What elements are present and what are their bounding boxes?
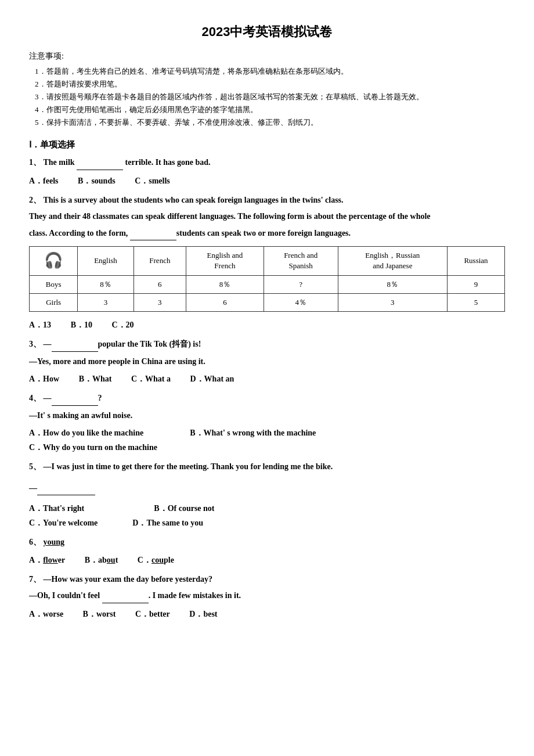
q3-opt-c: C．What a	[131, 372, 171, 386]
question-6: 6、 young A．flower B．about C．couple	[29, 536, 505, 567]
section1-title: Ⅰ．单项选择	[29, 139, 505, 150]
table-row-boys: Boys 8％ 6 8％ ? 8％ 9	[30, 275, 505, 293]
row-boys-russian: 9	[448, 275, 505, 293]
row-girls-eng-rus-jap: 3	[338, 293, 448, 311]
question-5-text: 5、 —I was just in time to get there for …	[29, 460, 505, 473]
notice-item-5: 5．保持卡面清洁，不要折暴、不要弄破、弄皱，不准使用涂改液、修正带、刮纸刀。	[35, 116, 505, 129]
q7-sub1: —Oh, I couldn't feel . I made few mistak…	[29, 589, 505, 603]
q1-num: 1、	[29, 158, 41, 167]
q5-opt-c: C．You're welcome	[29, 516, 98, 530]
q3-sub: —Yes, more and more people in China are …	[29, 355, 505, 368]
q5-num: 5、	[29, 462, 41, 471]
notice-item-3: 3．请按照题号顺序在答题卡各题目的答题区域内作答，超出答题区域书写的答案无效；在…	[35, 91, 505, 103]
q6-opt-a: A．flower	[29, 553, 65, 567]
row-boys-eng-rus-jap: 8％	[338, 275, 448, 293]
question-6-options: A．flower B．about C．couple	[29, 553, 505, 567]
question-4-text: 4、 — ?	[29, 392, 505, 405]
question-2-options: A．13 B．10 C．20	[29, 318, 505, 332]
headphone-icon: 🎧	[44, 252, 63, 269]
table-header-english: English	[78, 247, 134, 275]
row-girls-russian: 5	[448, 293, 505, 311]
q4-num: 4、	[29, 394, 41, 402]
row-girls-english: 3	[78, 293, 134, 311]
q7-opt-d: D．best	[189, 607, 217, 621]
row-girls-eng-fre: 6	[186, 293, 264, 311]
q1-opt-b: B．sounds	[78, 174, 116, 188]
q3-body: — popular the Tik Tok (抖音) is!	[44, 340, 201, 348]
question-4: 4、 — ? —It' s making an awful noise. A．H…	[29, 392, 505, 455]
question-1-options: A．feels B．sounds C．smells	[29, 174, 505, 188]
question-7: 7、 —How was your exam the day before yes…	[29, 573, 505, 621]
q1-opt-c: C．smells	[135, 174, 170, 188]
question-3-options: A．How B．What C．What a D．What an	[29, 372, 505, 386]
q4-opt-row1: A．How do you like the machine B．What' s …	[29, 426, 505, 440]
row-girls-french: 3	[134, 293, 186, 311]
question-2: 2、 This is a survey about the students w…	[29, 194, 505, 332]
table-header-english-french: English andFrench	[186, 247, 264, 275]
q2-line1: This is a survey about the students who …	[44, 196, 344, 204]
q6-body: young	[44, 538, 65, 546]
q4-opt-c: C．Why do you turn on the machine	[29, 443, 157, 452]
q2-opt-a: A．13	[29, 318, 51, 332]
q2-num: 2、	[29, 196, 41, 204]
q1-body: The milk terrible. It has gone bad.	[44, 158, 211, 167]
question-3: 3、 — popular the Tik Tok (抖音) is! —Yes, …	[29, 338, 505, 386]
q5-opt-a: A．That's right	[29, 501, 84, 516]
table-header-french: French	[134, 247, 186, 275]
q3-opt-d: D．What an	[190, 372, 234, 386]
q2-line3: class. According to the form, students c…	[29, 227, 505, 240]
row-boys-fre-spa: ?	[264, 275, 338, 293]
table-row-girls: Girls 3 3 6 4％ 3 5	[30, 293, 505, 311]
q7-opt-b: B．worst	[83, 607, 116, 621]
row-boys-eng-fre: 8％	[186, 275, 264, 293]
q6-opt-c: C．couple	[138, 553, 174, 567]
question-1-text: 1、 The milk terrible. It has gone bad.	[29, 156, 505, 170]
q6-num: 6、	[29, 538, 41, 546]
page-title: 2023中考英语模拟试卷	[29, 23, 505, 41]
question-5: 5、 —I was just in time to get there for …	[29, 460, 505, 530]
q3-opt-a: A．How	[29, 372, 59, 386]
q5-opt-b: B．Of course not	[154, 501, 214, 516]
q1-opt-a: A．feels	[29, 174, 59, 188]
notice-item-1: 1．答题前，考生先将自己的姓名、准考证号码填写清楚，将条形码准确粘贴在条形码区域…	[35, 65, 505, 78]
q5-opt-d: D．The same to you	[132, 516, 203, 530]
row-boys-english: 8％	[78, 275, 134, 293]
table-header-french-spanish: French andSpanish	[264, 247, 338, 275]
q4-opt-a: A．How do you like the machine	[29, 426, 143, 440]
q2-opt-c: C．20	[111, 318, 134, 332]
row-girls-label: Girls	[30, 293, 78, 311]
question-6-text: 6、 young	[29, 536, 505, 549]
row-boys-label: Boys	[30, 275, 78, 293]
row-boys-french: 6	[134, 275, 186, 293]
question-3-text: 3、 — popular the Tik Tok (抖音) is!	[29, 338, 505, 351]
q7-opt-c: C．better	[135, 607, 170, 621]
q7-opt-a: A．worse	[29, 607, 63, 621]
q5-opt-row1: A．That's right B．Of course not	[29, 501, 505, 516]
q6-opt-b: B．about	[85, 553, 118, 567]
q3-opt-b: B．What	[79, 372, 112, 386]
table-header-russian: Russian	[448, 247, 505, 275]
q4-sub: —It' s making an awful noise.	[29, 409, 505, 422]
q5-opt-row2: C．You're welcome D．The same to you	[29, 516, 505, 530]
notice-items: 1．答题前，考生先将自己的姓名、准考证号码填写清楚，将条形码准确粘贴在条形码区域…	[29, 65, 505, 129]
question-1: 1、 The milk terrible. It has gone bad. A…	[29, 156, 505, 188]
q2-line2: They and their 48 classmates can speak d…	[29, 210, 505, 223]
question-5-options: A．That's right B．Of course not C．You're …	[29, 501, 505, 530]
question-7-options: A．worse B．worst C．better D．best	[29, 607, 505, 621]
q4-opt-row2: C．Why do you turn on the machine	[29, 440, 505, 455]
q5-body: —I was just in time to get there for the…	[44, 462, 333, 471]
q7-body: —How was your exam the day before yester…	[44, 575, 213, 584]
q5-sub: —	[29, 477, 505, 498]
language-table: 🎧 English French English andFrench Frenc…	[29, 246, 505, 312]
q4-body: — ?	[44, 394, 102, 402]
table-header-english-russian-japanese: English，Russianand Japanese	[338, 247, 448, 275]
notice-item-4: 4．作图可先使用铅笔画出，确定后必须用黑色字迹的签字笔描黑。	[35, 103, 505, 116]
row-girls-fre-spa: 4％	[264, 293, 338, 311]
q4-opt-b: B．What' s wrong with the machine	[190, 426, 316, 440]
notice-section: 注意事项: 1．答题前，考生先将自己的姓名、准考证号码填写清楚，将条形码准确粘贴…	[29, 51, 505, 129]
q3-num: 3、	[29, 340, 41, 348]
table-header-icon: 🎧	[30, 247, 78, 275]
question-7-text: 7、 —How was your exam the day before yes…	[29, 573, 505, 586]
q7-num: 7、	[29, 575, 41, 584]
question-4-options: A．How do you like the machine B．What' s …	[29, 426, 505, 455]
